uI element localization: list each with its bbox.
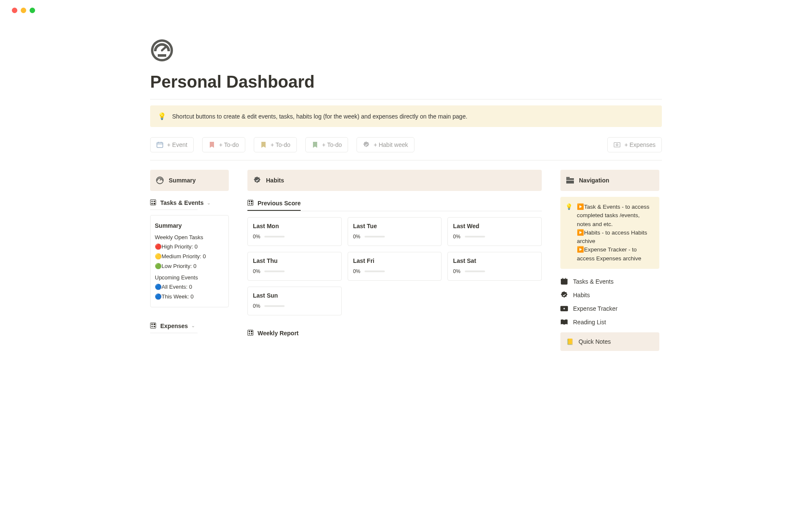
previous-score-tab[interactable]: Previous Score — [247, 197, 301, 211]
note-icon: 📒 — [566, 338, 573, 345]
navigation-column: Navigation 💡 ▶️Task & Events - to access… — [560, 170, 659, 351]
progress-bar — [365, 236, 385, 237]
weekly-report-tab[interactable]: Weekly Report — [247, 327, 542, 339]
add-todo-low-button[interactable]: + To-do — [305, 137, 348, 152]
habit-percent: 0% — [253, 268, 260, 274]
habit-card[interactable]: Last Mon 0% — [247, 217, 342, 246]
svg-rect-7 — [614, 143, 620, 147]
svg-rect-11 — [566, 178, 574, 180]
habits-column: Habits Previous Score Last Mon 0% Last T… — [247, 170, 542, 351]
tab-label: Tasks & Events — [160, 199, 203, 206]
close-window-icon[interactable] — [12, 8, 17, 13]
nav-link-tasks-events[interactable]: Tasks & Events — [560, 275, 659, 288]
progress-bar — [264, 236, 285, 237]
svg-point-8 — [616, 144, 618, 146]
svg-rect-12 — [566, 181, 574, 184]
badge-icon — [560, 291, 568, 299]
cash-icon — [560, 305, 568, 312]
calendar-icon — [560, 278, 568, 285]
button-label: + To-do — [322, 141, 342, 148]
svg-rect-3 — [157, 143, 163, 148]
nav-link-label: Habits — [573, 292, 590, 298]
navigation-header-label: Navigation — [579, 177, 609, 184]
shortcut-row: + Event + To-do + To-do + To-do + Habit … — [150, 137, 662, 152]
add-expenses-button[interactable]: + Expenses — [607, 137, 662, 152]
divider — [150, 99, 662, 99]
minimize-window-icon[interactable] — [21, 8, 26, 13]
tab-label: Previous Score — [258, 200, 301, 207]
summary-header: Summary — [150, 170, 229, 191]
habit-day-label: Last Sat — [453, 257, 536, 264]
fullscreen-window-icon[interactable] — [30, 8, 35, 13]
progress-bar — [264, 271, 285, 272]
habit-card[interactable]: Last Tue 0% — [348, 217, 442, 246]
add-habit-week-button[interactable]: + Habit week — [357, 137, 414, 152]
navigation-callout: 💡 ▶️Task & Events - to access completed … — [560, 197, 659, 269]
add-todo-high-button[interactable]: + To-do — [202, 137, 245, 152]
all-events: 🔵All Events: 0 — [155, 282, 224, 292]
habit-day-label: Last Fri — [353, 257, 436, 264]
this-week-events: 🔵This Week: 0 — [155, 292, 224, 302]
habit-day-label: Last Tue — [353, 223, 436, 229]
habit-percent: 0% — [353, 268, 360, 274]
medium-priority: 🟡Medium Priority: 0 — [155, 252, 224, 262]
add-todo-medium-button[interactable]: + To-do — [254, 137, 297, 152]
button-label: + Habit week — [373, 141, 408, 148]
habit-day-label: Last Wed — [453, 223, 536, 229]
page-icon[interactable] — [150, 39, 174, 62]
expenses-tab[interactable]: Expenses ⌄ — [150, 320, 229, 332]
habit-card[interactable]: Last Wed 0% — [447, 217, 542, 246]
badge-icon — [363, 141, 370, 148]
summary-card-title: Summary — [155, 221, 224, 231]
svg-line-10 — [160, 179, 161, 180]
progress-bar — [465, 271, 485, 272]
badge-icon — [253, 177, 261, 184]
high-priority: 🔴High Priority: 0 — [155, 242, 224, 252]
habit-card[interactable]: Last Sat 0% — [447, 252, 542, 281]
nav-link-reading-list[interactable]: Reading List — [560, 315, 659, 329]
habit-card[interactable]: Last Thu 0% — [247, 252, 342, 281]
habit-percent: 0% — [453, 234, 460, 240]
habit-card[interactable]: Last Fri 0% — [348, 252, 442, 281]
bookmark-icon — [312, 141, 318, 148]
progress-bar — [264, 305, 285, 307]
calendar-icon — [156, 141, 163, 148]
lightbulb-icon: 💡 — [565, 203, 573, 263]
summary-column: Summary Tasks & Events ⌄ Summary Weekly … — [150, 170, 229, 351]
habit-card[interactable]: Last Sun 0% — [247, 287, 342, 315]
folder-icon — [566, 177, 574, 184]
summary-card[interactable]: Summary Weekly Open Tasks 🔴High Priority… — [150, 215, 229, 307]
tasks-events-tab[interactable]: Tasks & Events ⌄ — [150, 197, 229, 209]
add-event-button[interactable]: + Event — [150, 137, 194, 152]
svg-rect-15 — [561, 279, 568, 280]
navigation-header: Navigation — [560, 170, 659, 191]
nav-link-label: Expense Tracker — [573, 305, 617, 312]
shortcut-callout: 💡 Shortcut buttons to create & edit even… — [150, 105, 662, 127]
svg-rect-2 — [158, 54, 166, 57]
low-priority: 🟢Low Priority: 0 — [155, 262, 224, 271]
page-title[interactable]: Personal Dashboard — [150, 72, 662, 91]
gallery-icon — [150, 199, 157, 206]
window-controls — [0, 0, 812, 13]
gallery-icon — [247, 200, 254, 207]
nav-link-label: Tasks & Events — [573, 278, 614, 285]
habit-day-label: Last Mon — [253, 223, 336, 229]
bookmark-icon — [208, 141, 215, 148]
quick-notes-link[interactable]: 📒 Quick Notes — [560, 332, 659, 351]
button-label: + Expenses — [624, 141, 656, 148]
gauge-icon — [156, 177, 164, 184]
lightbulb-icon: 💡 — [158, 112, 166, 120]
svg-point-20 — [563, 307, 565, 309]
button-label: + Event — [167, 141, 187, 148]
chevron-down-icon: ⌄ — [191, 323, 195, 329]
summary-header-label: Summary — [169, 177, 196, 184]
habit-grid: Last Mon 0% Last Tue 0% Last Wed 0% Last… — [247, 217, 542, 315]
divider — [150, 160, 662, 160]
nav-link-expense-tracker[interactable]: Expense Tracker — [560, 302, 659, 315]
tab-label: Weekly Report — [258, 330, 299, 337]
button-label: + To-do — [219, 141, 239, 148]
habit-day-label: Last Thu — [253, 257, 336, 264]
book-icon — [560, 318, 568, 326]
navigation-links: Tasks & Events Habits Expense Tracker Re… — [560, 275, 659, 329]
nav-link-habits[interactable]: Habits — [560, 288, 659, 302]
